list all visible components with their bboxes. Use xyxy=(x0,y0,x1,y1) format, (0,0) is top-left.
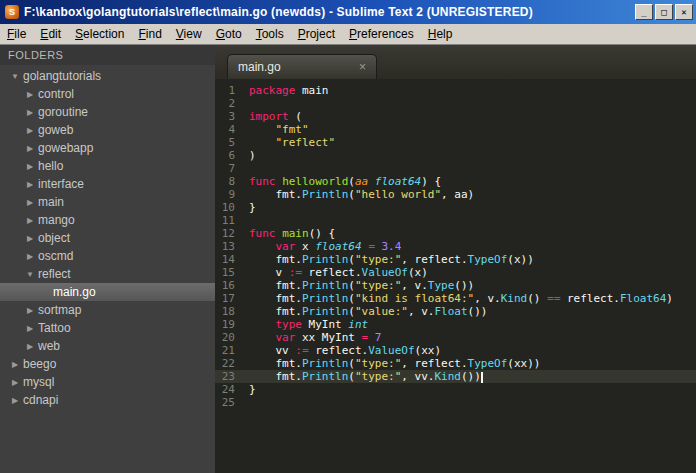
code-line-14[interactable]: 14 fmt.Println("type:", reflect.TypeOf(x… xyxy=(215,253,696,266)
code-line-1[interactable]: 1package main xyxy=(215,84,696,97)
chevron-expanded-icon[interactable]: ▼ xyxy=(8,72,22,81)
code-line-23[interactable]: 23 fmt.Println("type:", vv.Kind()) xyxy=(215,370,696,383)
chevron-expanded-icon[interactable]: ▼ xyxy=(23,270,37,279)
tree-item-label: sortmap xyxy=(37,303,81,317)
chevron-collapsed-icon[interactable]: ▶ xyxy=(23,144,37,153)
folder-object[interactable]: ▶object xyxy=(0,229,215,247)
code-line-7[interactable]: 7 xyxy=(215,162,696,175)
line-number: 5 xyxy=(215,136,249,149)
menu-bar: FileEditSelectionFindViewGotoToolsProjec… xyxy=(0,24,696,45)
folder-cdnapi[interactable]: ▶cdnapi xyxy=(0,391,215,409)
line-text: } xyxy=(249,201,256,214)
code-line-20[interactable]: 20 var xx MyInt = 7 xyxy=(215,331,696,344)
line-number: 12 xyxy=(215,227,249,240)
line-number: 6 xyxy=(215,149,249,162)
maximize-button[interactable]: □ xyxy=(655,4,673,20)
code-line-3[interactable]: 3import ( xyxy=(215,110,696,123)
menu-find[interactable]: Find xyxy=(131,25,168,43)
folder-web[interactable]: ▶web xyxy=(0,337,215,355)
menu-edit[interactable]: Edit xyxy=(33,25,68,43)
code-line-9[interactable]: 9 fmt.Println("hello world", aa) xyxy=(215,188,696,201)
chevron-collapsed-icon[interactable]: ▶ xyxy=(8,378,22,387)
chevron-collapsed-icon[interactable]: ▶ xyxy=(23,234,37,243)
menu-selection[interactable]: Selection xyxy=(68,25,131,43)
tree-item-label: mango xyxy=(37,213,75,227)
folder-hello[interactable]: ▶hello xyxy=(0,157,215,175)
code-line-21[interactable]: 21 vv := reflect.ValueOf(xx) xyxy=(215,344,696,357)
code-line-4[interactable]: 4 "fmt" xyxy=(215,123,696,136)
chevron-collapsed-icon[interactable]: ▶ xyxy=(23,180,37,189)
chevron-collapsed-icon[interactable]: ▶ xyxy=(23,216,37,225)
menu-preferences[interactable]: Preferences xyxy=(342,25,421,43)
tree-item-label: object xyxy=(37,231,70,245)
tab-main-go[interactable]: main.go × xyxy=(227,54,377,79)
file-main.go[interactable]: main.go xyxy=(0,283,215,301)
tree-item-label: oscmd xyxy=(37,249,73,263)
code-line-17[interactable]: 17 fmt.Println("kind is float64:", v.Kin… xyxy=(215,292,696,305)
code-line-22[interactable]: 22 fmt.Println("type:", reflect.TypeOf(x… xyxy=(215,357,696,370)
chevron-collapsed-icon[interactable]: ▶ xyxy=(23,126,37,135)
folder-sortmap[interactable]: ▶sortmap xyxy=(0,301,215,319)
close-button[interactable]: ✕ xyxy=(675,4,693,20)
code-line-2[interactable]: 2 xyxy=(215,97,696,110)
code-line-13[interactable]: 13 var x float64 = 3.4 xyxy=(215,240,696,253)
line-number: 8 xyxy=(215,175,249,188)
folder-mango[interactable]: ▶mango xyxy=(0,211,215,229)
folder-goroutine[interactable]: ▶goroutine xyxy=(0,103,215,121)
chevron-collapsed-icon[interactable]: ▶ xyxy=(23,324,37,333)
folder-interface[interactable]: ▶interface xyxy=(0,175,215,193)
code-line-24[interactable]: 24} xyxy=(215,383,696,396)
folder-control[interactable]: ▶control xyxy=(0,85,215,103)
chevron-collapsed-icon[interactable]: ▶ xyxy=(23,252,37,261)
line-text: func main() { xyxy=(249,227,335,240)
chevron-collapsed-icon[interactable]: ▶ xyxy=(8,360,22,369)
chevron-collapsed-icon[interactable]: ▶ xyxy=(23,306,37,315)
code-area[interactable]: 1package main23import (4 "fmt"5 "reflect… xyxy=(215,79,696,473)
chevron-collapsed-icon[interactable]: ▶ xyxy=(23,198,37,207)
folder-gowebapp[interactable]: ▶gowebapp xyxy=(0,139,215,157)
tree-item-label: goweb xyxy=(37,123,73,137)
minimize-button[interactable]: _ xyxy=(635,4,653,20)
tree-item-label: interface xyxy=(37,177,84,191)
code-line-6[interactable]: 6) xyxy=(215,149,696,162)
folder-main[interactable]: ▶main xyxy=(0,193,215,211)
line-text: v := reflect.ValueOf(x) xyxy=(249,266,428,279)
code-line-25[interactable]: 25 xyxy=(215,396,696,409)
chevron-collapsed-icon[interactable]: ▶ xyxy=(23,342,37,351)
code-line-16[interactable]: 16 fmt.Println("type:", v.Type()) xyxy=(215,279,696,292)
menu-view[interactable]: View xyxy=(169,25,209,43)
folder-oscmd[interactable]: ▶oscmd xyxy=(0,247,215,265)
chevron-collapsed-icon[interactable]: ▶ xyxy=(23,162,37,171)
folder-goweb[interactable]: ▶goweb xyxy=(0,121,215,139)
tree-item-label: Tattoo xyxy=(37,321,71,335)
folder-golangtutorials[interactable]: ▼golangtutorials xyxy=(0,67,215,85)
chevron-collapsed-icon[interactable]: ▶ xyxy=(23,90,37,99)
title-bar[interactable]: S F:\kanbox\golangtutorials\reflect\main… xyxy=(0,0,696,24)
line-text: func helloworld(aa float64) { xyxy=(249,175,441,188)
main-area: FOLDERS ▼golangtutorials▶control▶gorouti… xyxy=(0,45,696,473)
menu-goto[interactable]: Goto xyxy=(209,25,249,43)
chevron-collapsed-icon[interactable]: ▶ xyxy=(8,396,22,405)
folder-mysql[interactable]: ▶mysql xyxy=(0,373,215,391)
tree-item-label: beego xyxy=(22,357,56,371)
code-line-11[interactable]: 11 xyxy=(215,214,696,227)
folder-reflect[interactable]: ▼reflect xyxy=(0,265,215,283)
code-line-5[interactable]: 5 "reflect" xyxy=(215,136,696,149)
code-line-19[interactable]: 19 type MyInt int xyxy=(215,318,696,331)
code-line-18[interactable]: 18 fmt.Println("value:", v.Float()) xyxy=(215,305,696,318)
tab-close-icon[interactable]: × xyxy=(359,60,366,74)
menu-tools[interactable]: Tools xyxy=(249,25,291,43)
code-line-10[interactable]: 10} xyxy=(215,201,696,214)
menu-help[interactable]: Help xyxy=(421,25,460,43)
code-line-12[interactable]: 12func main() { xyxy=(215,227,696,240)
code-line-8[interactable]: 8func helloworld(aa float64) { xyxy=(215,175,696,188)
folder-tattoo[interactable]: ▶Tattoo xyxy=(0,319,215,337)
tree-item-label: hello xyxy=(37,159,63,173)
line-number: 25 xyxy=(215,396,249,409)
line-text: var xx MyInt = 7 xyxy=(249,331,381,344)
code-line-15[interactable]: 15 v := reflect.ValueOf(x) xyxy=(215,266,696,279)
menu-project[interactable]: Project xyxy=(291,25,342,43)
menu-file[interactable]: File xyxy=(0,25,33,43)
chevron-collapsed-icon[interactable]: ▶ xyxy=(23,108,37,117)
folder-beego[interactable]: ▶beego xyxy=(0,355,215,373)
